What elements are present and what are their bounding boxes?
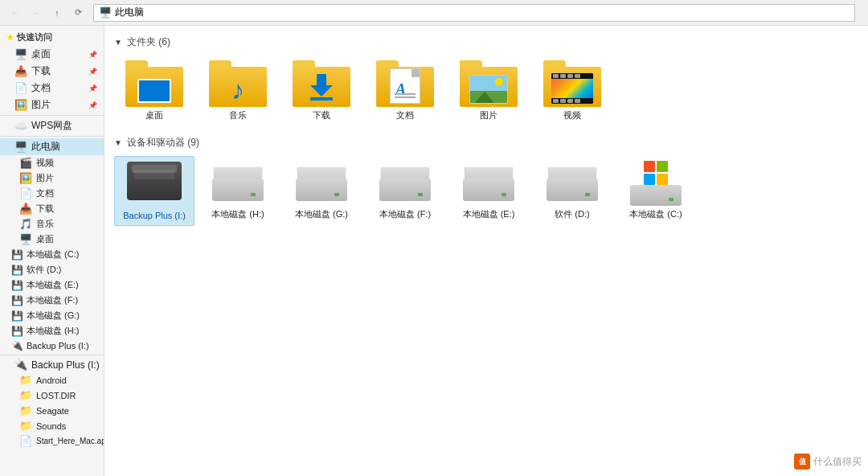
chevron-icon: ▼: [114, 38, 122, 47]
sidebar-item-pictures-quick[interactable]: 🖼️ 图片 📌: [0, 96, 104, 113]
sidebar-item-label: Seagate: [36, 406, 69, 416]
sidebar-item-disk-c[interactable]: 💾 本地磁盘 (C:): [0, 247, 104, 262]
folders-section-label: 文件夹 (6): [127, 35, 170, 49]
desktop-overlay: [137, 79, 171, 103]
sidebar-item-thispc[interactable]: 🖥️ 此电脑: [0, 138, 104, 155]
drive-name-c: 本地磁盘 (C:): [629, 208, 682, 220]
music-note-icon: ♪: [231, 76, 244, 105]
folders-grid: 桌面 ♪ 音乐: [114, 55, 858, 126]
chevron-icon: ▼: [114, 138, 122, 147]
drive-item-e[interactable]: 本地磁盘 (E:): [448, 156, 529, 226]
sidebar-item-music[interactable]: 🎵 音乐: [0, 216, 104, 232]
folder-icon: 📁: [19, 374, 32, 386]
sidebar-item-label: 桌面: [36, 233, 54, 245]
folder-icon: 🖼️: [19, 172, 32, 184]
folder-icon-video: [543, 60, 601, 107]
drive-item-d[interactable]: 软件 (D:): [532, 156, 612, 226]
folder-item-pictures[interactable]: 图片: [448, 55, 529, 126]
folder-icon: 📁: [19, 420, 32, 432]
sidebar-item-starthemac[interactable]: 📄 Start_Here_Mac.ap: [0, 433, 104, 449]
folder-icon: 📄: [19, 187, 32, 199]
folder-icon-pictures: [460, 60, 518, 107]
sidebar-item-disk-h[interactable]: 💾 本地磁盘 (H:): [0, 323, 104, 339]
sidebar-item-android[interactable]: 📁 Android: [0, 372, 104, 388]
folder-icon: 📁: [19, 404, 32, 416]
disk-label: 本地磁盘 (C:): [27, 248, 79, 261]
divider3: [0, 355, 104, 355]
sidebar-item-label: Backup Plus (I:): [31, 359, 100, 371]
drive-item-f[interactable]: 本地磁盘 (F:): [365, 156, 445, 226]
folder-item-docs[interactable]: A 文档: [365, 55, 445, 126]
drive-item-g[interactable]: 本地磁盘 (G:): [281, 156, 362, 226]
folder-name-pictures: 图片: [480, 109, 497, 121]
drive-icon-c: [627, 161, 685, 206]
quick-access-header[interactable]: ★ 快速访问: [0, 29, 104, 46]
sidebar-item-label: 文档: [31, 81, 51, 95]
sidebar-item-downloads-quick[interactable]: 📥 下载 📌: [0, 63, 104, 80]
docs-overlay: A: [390, 68, 420, 104]
pin-icon: 📌: [88, 51, 97, 59]
refresh-button[interactable]: ⟳: [69, 4, 87, 22]
sidebar-item-docs-quick[interactable]: 📄 文档 📌: [0, 80, 104, 96]
back-button[interactable]: ←: [6, 4, 24, 22]
disk-label: 本地磁盘 (E:): [27, 279, 79, 291]
folder-icon: 🖼️: [14, 99, 27, 111]
sidebar-item-disk-f[interactable]: 💾 本地磁盘 (F:): [0, 293, 104, 308]
drive-name-g: 本地磁盘 (G:): [295, 208, 348, 220]
sidebar-item-disk-d[interactable]: 💾 软件 (D:): [0, 262, 104, 277]
sidebar-item-desktop-quick[interactable]: 🖥️ 桌面 📌: [0, 46, 104, 63]
forward-button[interactable]: →: [27, 4, 45, 22]
sidebar-item-disk-e[interactable]: 💾 本地磁盘 (E:): [0, 277, 104, 293]
folders-section-header: ▼ 文件夹 (6): [114, 35, 858, 49]
drive-name-backup: Backup Plus (I:): [123, 211, 186, 220]
drive-name-d: 软件 (D:): [555, 208, 589, 220]
devices-section-header: ▼ 设备和驱动器 (9): [114, 136, 858, 150]
sidebar-item-desktop[interactable]: 🖥️ 桌面: [0, 232, 104, 247]
folder-icon: 🎬: [19, 157, 32, 169]
folder-icon: 📥: [19, 203, 32, 215]
music-overlay: ♪: [231, 77, 244, 103]
drive-icon-backup: [125, 162, 183, 208]
disk-icon: 💾: [11, 310, 23, 322]
folder-name-download: 下载: [313, 109, 330, 121]
sidebar-item-pictures[interactable]: 🖼️ 图片: [0, 170, 104, 186]
address-bar[interactable]: 🖥️ 此电脑: [93, 4, 855, 22]
drive-icon-h: [209, 161, 267, 206]
cloud-icon: ☁️: [14, 120, 27, 132]
folder-item-download[interactable]: 下载: [281, 55, 362, 126]
sidebar-item-wps[interactable]: ☁️ WPS网盘: [0, 117, 104, 134]
sidebar-item-docs[interactable]: 📄 文档: [0, 186, 104, 201]
video-overlay: [551, 73, 593, 104]
divider: [0, 115, 104, 116]
sidebar-item-backup-tree[interactable]: 🔌 Backup Plus (I:): [0, 357, 104, 372]
up-button[interactable]: ↑: [48, 4, 66, 22]
sidebar-item-downloads[interactable]: 📥 下载: [0, 201, 104, 216]
sidebar-item-label: 此电脑: [31, 140, 60, 154]
pictures-overlay: [469, 75, 508, 104]
sidebar-item-video[interactable]: 🎬 视频: [0, 155, 104, 170]
folder-item-video[interactable]: 视频: [532, 55, 612, 126]
folder-icon-download: [293, 60, 350, 107]
sidebar-item-seagate[interactable]: 📁 Seagate: [0, 403, 104, 418]
drive-item-c[interactable]: 本地磁盘 (C:): [616, 156, 696, 226]
pin-icon: 📌: [88, 68, 97, 76]
address-text: 此电脑: [115, 6, 144, 19]
drive-item-h[interactable]: 本地磁盘 (H:): [198, 156, 278, 226]
sidebar-item-disk-g[interactable]: 💾 本地磁盘 (G:): [0, 308, 104, 323]
content-area: ▼ 文件夹 (6) 桌面: [104, 26, 868, 476]
drive-item-backup[interactable]: Backup Plus (I:): [114, 156, 194, 226]
folder-name-docs: 文档: [396, 109, 414, 121]
sidebar-item-backup[interactable]: 🔌 Backup Plus (I:): [0, 339, 104, 353]
sidebar-item-sounds[interactable]: 📁 Sounds: [0, 418, 104, 433]
disk-icon: 💾: [11, 249, 23, 261]
folder-item-music[interactable]: ♪ 音乐: [198, 55, 278, 126]
address-icon: 🖥️: [99, 6, 112, 18]
disk-icon: 💾: [11, 326, 23, 337]
sidebar-item-label: 视频: [36, 157, 54, 169]
folder-icon-music: ♪: [209, 60, 267, 107]
sidebar: ★ 快速访问 🖥️ 桌面 📌 📥 下载 📌 📄 文档 📌 🖼️ 图片 📌 ☁️: [0, 26, 104, 476]
folder-item-desktop[interactable]: 桌面: [114, 55, 194, 126]
sidebar-item-label: 下载: [31, 64, 51, 78]
sidebar-item-lostdir[interactable]: 📁 LOST.DIR: [0, 388, 104, 403]
titlebar: ← → ↑ ⟳ 🖥️ 此电脑: [0, 0, 868, 26]
